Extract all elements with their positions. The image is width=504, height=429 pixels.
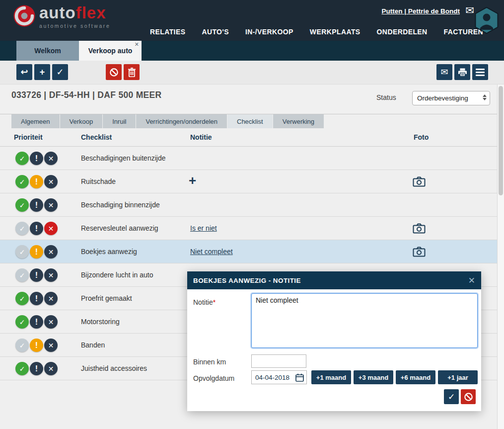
nav-werkplaats[interactable]: WERKPLAATS bbox=[310, 28, 360, 36]
close-tab-icon[interactable]: ✕ bbox=[135, 41, 139, 48]
back-button[interactable]: ↩ bbox=[16, 64, 32, 80]
check-toggle-icon[interactable]: ✓ bbox=[15, 245, 29, 258]
warning-toggle-icon[interactable]: ! bbox=[30, 268, 43, 282]
no-entry-icon bbox=[109, 68, 119, 77]
email-button[interactable]: ✉ bbox=[436, 64, 452, 80]
opvolgdatum-input[interactable]: 04-04-2018 bbox=[251, 370, 307, 384]
tab-verwerking[interactable]: Verwerking bbox=[273, 114, 324, 128]
nav-onderdelen[interactable]: ONDERDELEN bbox=[377, 28, 428, 36]
cross-toggle-icon[interactable]: ✕ bbox=[44, 198, 58, 212]
toolbar: ↩ + ✓ ✉ bbox=[0, 61, 504, 85]
warning-toggle-icon[interactable]: ! bbox=[30, 152, 43, 165]
warning-toggle-icon[interactable]: ! bbox=[30, 222, 43, 235]
warning-toggle-icon[interactable]: ! bbox=[30, 175, 43, 188]
nav-in-verkoop[interactable]: IN-/VERKOOP bbox=[245, 28, 293, 36]
messages-envelope-icon[interactable]: ✉ bbox=[465, 4, 474, 16]
check-toggle-icon[interactable]: ✓ bbox=[15, 152, 29, 165]
exclamation-glyph: ! bbox=[35, 271, 38, 279]
column-foto: Foto bbox=[414, 133, 429, 141]
plus-3-months-button[interactable]: +3 maand bbox=[354, 370, 393, 384]
note-link[interactable]: Niet compleet bbox=[190, 248, 233, 256]
tab-verkoop[interactable]: Verkoop bbox=[60, 114, 103, 128]
tab-verkoop-auto-label: Verkoop auto bbox=[88, 47, 133, 55]
check-toggle-icon[interactable]: ✓ bbox=[15, 198, 29, 212]
priority-toggle-group: ✓ ! ✕ bbox=[15, 175, 58, 188]
tab-checklist[interactable]: Checklist bbox=[227, 114, 273, 128]
checklist-item-label: Proefrit gemaakt bbox=[81, 287, 132, 310]
cancel-button[interactable] bbox=[106, 64, 122, 80]
tab-verkoop-auto[interactable]: Verkoop auto ✕ bbox=[79, 41, 142, 61]
cross-toggle-icon[interactable]: ✕ bbox=[44, 152, 58, 165]
checklist-item-label: Boekjes aanwezig bbox=[81, 240, 137, 263]
check-toggle-icon[interactable]: ✓ bbox=[15, 339, 29, 352]
warning-toggle-icon[interactable]: ! bbox=[30, 362, 43, 375]
plus-1-month-button[interactable]: +1 maand bbox=[311, 370, 351, 384]
cross-toggle-icon[interactable]: ✕ bbox=[44, 175, 58, 188]
dialog-confirm-button[interactable]: ✓ bbox=[444, 389, 459, 404]
cross-toggle-icon[interactable]: ✕ bbox=[44, 245, 58, 258]
exclamation-glyph: ! bbox=[35, 248, 38, 256]
cross-toggle-icon[interactable]: ✕ bbox=[44, 339, 58, 352]
calendar-icon[interactable] bbox=[295, 373, 304, 382]
nav-relaties[interactable]: RELATIES bbox=[150, 28, 185, 36]
print-button[interactable] bbox=[454, 64, 470, 80]
user-avatar[interactable] bbox=[474, 7, 499, 36]
check-toggle-icon[interactable]: ✓ bbox=[15, 175, 29, 188]
save-button[interactable]: ✓ bbox=[52, 64, 68, 80]
date-shortcut-buttons: +1 maand +3 maand +6 maand +1 jaar bbox=[311, 370, 478, 384]
menu-button[interactable] bbox=[472, 64, 488, 80]
add-note-icon[interactable]: + bbox=[189, 173, 196, 188]
nav-autos[interactable]: AUTO'S bbox=[202, 28, 228, 36]
check-toggle-icon[interactable]: ✓ bbox=[15, 362, 29, 375]
checklist-item-label: Beschadigingen buitenzijde bbox=[81, 147, 165, 170]
delete-button[interactable] bbox=[124, 64, 140, 80]
tab-verrichtingen-onderdelen[interactable]: Verrichtingen/onderdelen bbox=[136, 114, 227, 128]
trash-icon bbox=[128, 68, 136, 77]
warning-toggle-icon[interactable]: ! bbox=[30, 339, 43, 352]
no-entry-icon bbox=[464, 392, 473, 402]
check-toggle-icon[interactable]: ✓ bbox=[15, 292, 29, 305]
check-icon: ✓ bbox=[448, 392, 455, 402]
check-toggle-icon[interactable]: ✓ bbox=[15, 222, 29, 235]
cross-glyph: ✕ bbox=[48, 155, 54, 162]
cross-toggle-icon[interactable]: ✕ bbox=[44, 362, 58, 375]
cross-toggle-icon[interactable]: ✕ bbox=[44, 222, 58, 235]
binnen-km-input[interactable] bbox=[251, 354, 306, 368]
tab-welkom-label: Welkom bbox=[34, 47, 61, 55]
dialog-close-icon[interactable]: ✕ bbox=[468, 275, 475, 286]
binnen-km-label: Binnen km bbox=[193, 358, 226, 366]
add-button[interactable]: + bbox=[34, 64, 50, 80]
exclamation-glyph: ! bbox=[35, 365, 38, 373]
note-link[interactable]: Is er niet bbox=[190, 224, 217, 232]
plus-6-months-button[interactable]: +6 maand bbox=[396, 370, 435, 384]
camera-icon[interactable] bbox=[413, 176, 426, 189]
dialog-cancel-button[interactable] bbox=[461, 389, 476, 404]
check-glyph: ✓ bbox=[19, 319, 25, 326]
tab-algemeen[interactable]: Algemeen bbox=[11, 114, 60, 128]
current-user-link[interactable]: Putten | Pettrie de Bondt bbox=[381, 7, 460, 15]
vertical-scrollbar[interactable] bbox=[497, 85, 504, 429]
camera-icon[interactable] bbox=[413, 223, 426, 236]
check-toggle-icon[interactable]: ✓ bbox=[15, 315, 29, 329]
plus-1-year-button[interactable]: +1 jaar bbox=[438, 370, 478, 384]
column-notitie: Notitie bbox=[190, 133, 212, 141]
cross-toggle-icon[interactable]: ✕ bbox=[44, 268, 58, 282]
tab-inruil[interactable]: Inruil bbox=[103, 114, 136, 128]
status-select[interactable]: Orderbevestiging bbox=[412, 91, 490, 105]
scrollbar-thumb[interactable] bbox=[499, 86, 503, 195]
camera-icon[interactable] bbox=[413, 247, 426, 259]
warning-toggle-icon[interactable]: ! bbox=[30, 292, 43, 305]
check-glyph: ✓ bbox=[19, 365, 25, 372]
cross-toggle-icon[interactable]: ✕ bbox=[44, 292, 58, 305]
warning-toggle-icon[interactable]: ! bbox=[30, 198, 43, 212]
warning-toggle-icon[interactable]: ! bbox=[30, 315, 43, 329]
warning-toggle-icon[interactable]: ! bbox=[30, 245, 43, 258]
undo-icon: ↩ bbox=[20, 67, 28, 78]
check-toggle-icon[interactable]: ✓ bbox=[15, 268, 29, 282]
check-glyph: ✓ bbox=[19, 202, 25, 209]
cross-toggle-icon[interactable]: ✕ bbox=[44, 315, 58, 329]
check-glyph: ✓ bbox=[19, 295, 25, 302]
notitie-textarea[interactable]: Niet compleet bbox=[251, 293, 478, 348]
tab-welkom[interactable]: Welkom bbox=[16, 41, 79, 61]
cross-glyph: ✕ bbox=[48, 319, 54, 326]
